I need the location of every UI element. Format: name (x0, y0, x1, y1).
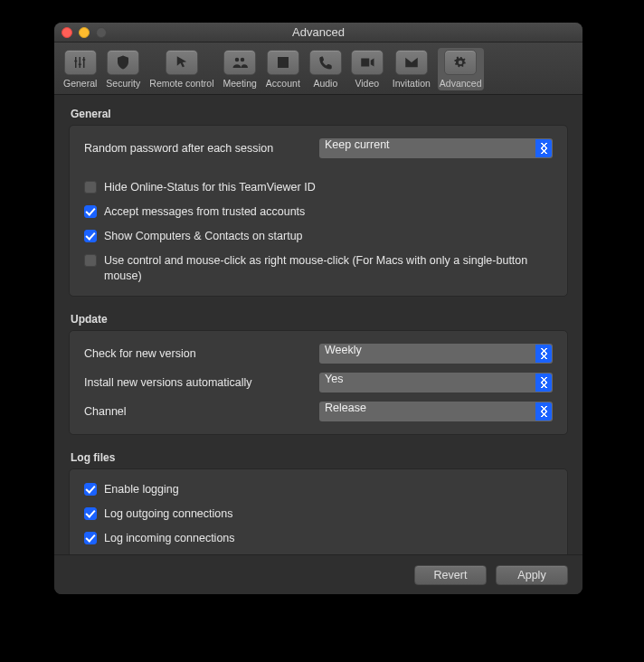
envelope-icon (403, 54, 420, 71)
content-scroll-area[interactable]: General Random password after each sessi… (54, 95, 582, 554)
minimize-button[interactable] (79, 27, 90, 38)
section-general: Random password after each session Keep … (69, 125, 568, 297)
install-auto-label: Install new versions automatically (84, 376, 310, 389)
random-password-select[interactable]: Keep current (319, 138, 553, 158)
show-contacts-checkbox[interactable] (84, 230, 97, 242)
install-auto-select[interactable]: Yes (319, 373, 553, 392)
tab-advanced[interactable]: Advanced (438, 48, 484, 90)
zoom-button[interactable] (96, 27, 107, 38)
hide-online-status-checkbox[interactable] (84, 181, 97, 194)
random-password-label: Random password after each session (84, 142, 310, 155)
window-controls (62, 27, 107, 38)
tab-security[interactable]: Security (104, 48, 142, 90)
preferences-window: Advanced General Security Remote control… (54, 23, 582, 594)
section-update: Check for new version Weekly Install new… (69, 330, 568, 435)
check-version-label: Check for new version (84, 347, 310, 360)
hide-online-status-label: Hide Online-Status for this TeamViewer I… (104, 180, 316, 195)
accept-trusted-label: Accept messages from trusted accounts (104, 204, 305, 220)
shield-icon (115, 54, 131, 71)
titlebar: Advanced (54, 23, 582, 43)
enable-logging-checkbox[interactable] (84, 483, 97, 496)
tab-video[interactable]: Video (349, 48, 385, 90)
people-icon (232, 54, 248, 71)
tab-meeting[interactable]: Meeting (222, 48, 259, 90)
footer: Revert Apply (54, 554, 582, 594)
apply-button[interactable]: Apply (496, 565, 568, 585)
accept-trusted-checkbox[interactable] (84, 205, 97, 218)
video-icon (359, 54, 375, 71)
section-logs: Enable logging Log outgoing connections … (69, 468, 568, 554)
phone-icon (317, 54, 334, 71)
section-title-logs: Log files (71, 451, 566, 464)
revert-button[interactable]: Revert (414, 565, 487, 585)
tab-account[interactable]: Account (264, 48, 302, 90)
enable-logging-label: Enable logging (104, 482, 179, 497)
prefs-toolbar: General Security Remote control Meeting … (54, 43, 582, 95)
log-outgoing-label: Log outgoing connections (104, 506, 232, 522)
ctrl-click-label: Use control and mouse-click as right mou… (104, 253, 553, 284)
section-title-update: Update (71, 313, 566, 326)
log-incoming-checkbox[interactable] (84, 532, 97, 544)
tab-general[interactable]: General (62, 48, 99, 90)
channel-select[interactable]: Release (319, 402, 553, 421)
ctrl-click-checkbox[interactable] (84, 254, 97, 267)
sliders-icon (72, 54, 89, 71)
log-incoming-label: Log incoming connections (104, 531, 235, 546)
window-title: Advanced (292, 25, 345, 39)
show-contacts-label: Show Computers & Contacts on startup (104, 229, 303, 244)
close-button[interactable] (62, 27, 72, 38)
tab-audio[interactable]: Audio (308, 48, 344, 90)
tab-invitation[interactable]: Invitation (391, 48, 432, 90)
section-title-general: General (71, 108, 566, 120)
gears-icon (452, 54, 469, 71)
check-version-select[interactable]: Weekly (319, 344, 553, 364)
log-outgoing-checkbox[interactable] (84, 507, 97, 520)
account-icon (275, 54, 291, 71)
tab-remote-control[interactable]: Remote control (147, 48, 215, 90)
channel-label: Channel (84, 405, 310, 418)
cursor-icon (174, 54, 190, 71)
